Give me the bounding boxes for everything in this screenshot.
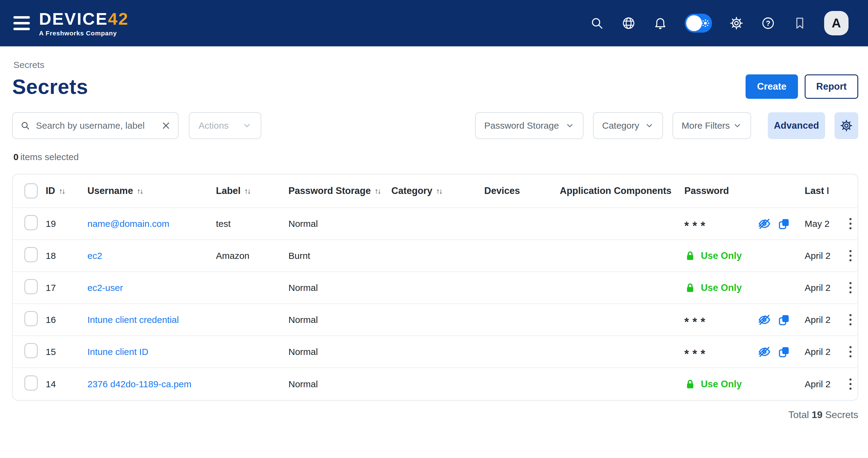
clear-search-icon[interactable] — [161, 121, 170, 130]
more-filters-dropdown[interactable]: More Filters — [673, 112, 751, 139]
actions-dropdown[interactable]: Actions — [189, 112, 261, 139]
header-password: Password — [684, 185, 805, 196]
username-link[interactable]: Intune client credential — [87, 315, 179, 325]
table-row: 16 Intune client credential Normal *** A… — [13, 304, 858, 336]
row-checkbox[interactable] — [24, 375, 38, 391]
advanced-button[interactable]: Advanced — [768, 112, 825, 139]
row-menu-kebab[interactable] — [845, 216, 856, 231]
header-username[interactable]: Username↑↓ — [87, 185, 216, 196]
row-menu-kebab[interactable] — [845, 377, 856, 392]
header-category[interactable]: Category↑↓ — [391, 185, 484, 196]
search-icon[interactable] — [590, 16, 604, 30]
report-button[interactable]: Report — [805, 75, 858, 99]
cell-last: May 2 — [805, 219, 843, 229]
header-last: Last P — [805, 185, 843, 196]
sort-icon[interactable]: ↑↓ — [374, 187, 380, 195]
copy-password-icon[interactable] — [777, 313, 790, 326]
total-number: 19 — [812, 409, 823, 420]
logo-text: DEVICE — [39, 9, 108, 28]
table-row: 14 2376 d42do-1189-ca.pem Normal Use Onl… — [13, 368, 858, 400]
chevron-down-icon — [645, 121, 654, 130]
cell-last: April 2 — [805, 347, 843, 357]
search-input[interactable] — [36, 120, 156, 131]
cell-last: April 2 — [805, 379, 843, 390]
header-password-storage[interactable]: Password Storage↑↓ — [288, 185, 391, 196]
reveal-password-icon[interactable] — [758, 217, 771, 231]
cell-id: 17 — [46, 283, 87, 293]
theme-toggle[interactable] — [685, 14, 712, 33]
lock-icon — [684, 282, 696, 294]
row-checkbox[interactable] — [24, 343, 38, 358]
search-icon — [20, 120, 30, 131]
settings-gear-icon[interactable] — [729, 16, 744, 30]
more-filters-label: More Filters — [682, 120, 730, 131]
toggle-knob — [686, 15, 702, 31]
username-link[interactable]: Intune client ID — [87, 347, 148, 357]
cell-last: April 2 — [805, 315, 843, 325]
table-row: 19 name@domain.com test Normal *** May 2 — [13, 208, 858, 240]
breadcrumb[interactable]: Secrets — [12, 60, 858, 70]
reveal-password-icon[interactable] — [758, 345, 771, 359]
table-header-row: ID↑↓ Username↑↓ Label↑↓ Password Storage… — [13, 174, 858, 208]
cell-password: Use Only — [684, 378, 805, 390]
header-label[interactable]: Label↑↓ — [216, 185, 288, 196]
password-storage-filter[interactable]: Password Storage — [475, 112, 584, 139]
cell-password: *** — [684, 217, 805, 231]
svg-text:?: ? — [766, 19, 771, 27]
chevron-down-icon — [242, 121, 252, 130]
table-settings-gear-button[interactable] — [835, 112, 858, 139]
cell-password-storage: Normal — [288, 315, 391, 325]
cell-password: Use Only — [684, 250, 805, 262]
username-link[interactable]: ec2-user — [87, 283, 123, 293]
bell-icon[interactable] — [653, 16, 668, 30]
sort-icon[interactable]: ↑↓ — [137, 187, 143, 195]
device42-logo[interactable]: DEVICE42 A Freshworks Company — [39, 10, 129, 36]
cell-password-storage: Normal — [288, 219, 391, 229]
row-checkbox[interactable] — [24, 279, 38, 294]
username-link[interactable]: ec2 — [87, 251, 102, 261]
cell-password: *** — [684, 313, 805, 326]
row-checkbox[interactable] — [24, 247, 38, 262]
help-icon[interactable]: ? — [761, 16, 775, 30]
row-menu-kebab[interactable] — [845, 280, 856, 295]
header-devices: Devices — [484, 185, 560, 196]
sort-icon[interactable]: ↑↓ — [436, 187, 442, 195]
row-menu-kebab[interactable] — [845, 248, 856, 263]
main-content: Secrets Secrets Create Report Actions Pa… — [0, 60, 868, 421]
select-all-checkbox[interactable] — [24, 183, 38, 199]
row-checkbox[interactable] — [24, 215, 38, 230]
chevron-down-icon — [733, 121, 742, 130]
hamburger-menu-icon[interactable] — [13, 16, 30, 30]
cell-id: 14 — [46, 379, 87, 390]
sort-icon[interactable]: ↑↓ — [59, 187, 65, 195]
table-row: 17 ec2-user Normal Use Only April 2 — [13, 272, 858, 304]
create-button[interactable]: Create — [746, 75, 798, 99]
row-menu-kebab[interactable] — [845, 344, 856, 359]
selection-status: 0items selected — [12, 152, 858, 162]
avatar[interactable]: A — [824, 11, 848, 35]
copy-password-icon[interactable] — [777, 345, 790, 359]
copy-password-icon[interactable] — [777, 217, 790, 231]
cell-last: April 2 — [805, 283, 843, 293]
row-menu-kebab[interactable] — [845, 312, 856, 327]
sort-icon[interactable]: ↑↓ — [244, 187, 250, 195]
username-link[interactable]: name@domain.com — [87, 219, 169, 229]
search-box — [12, 112, 179, 139]
header-id[interactable]: ID↑↓ — [46, 185, 87, 196]
header-application-components: Application Components — [560, 185, 684, 196]
password-storage-filter-label: Password Storage — [484, 120, 559, 131]
username-link[interactable]: 2376 d42do-1189-ca.pem — [87, 379, 191, 389]
globe-icon[interactable] — [621, 16, 636, 30]
bookmark-icon[interactable] — [793, 16, 807, 30]
cell-id: 18 — [46, 251, 87, 261]
cell-password-storage: Normal — [288, 379, 391, 390]
gear-icon — [840, 119, 853, 132]
cell-password: Use Only — [684, 282, 805, 294]
selected-count: 0 — [13, 152, 19, 162]
logo-tagline: A Freshworks Company — [39, 30, 129, 36]
toolbar: Actions Password Storage Category More F… — [12, 112, 858, 139]
row-checkbox[interactable] — [24, 311, 38, 326]
cell-id: 16 — [46, 315, 87, 325]
category-filter[interactable]: Category — [593, 112, 663, 139]
reveal-password-icon[interactable] — [758, 313, 771, 326]
